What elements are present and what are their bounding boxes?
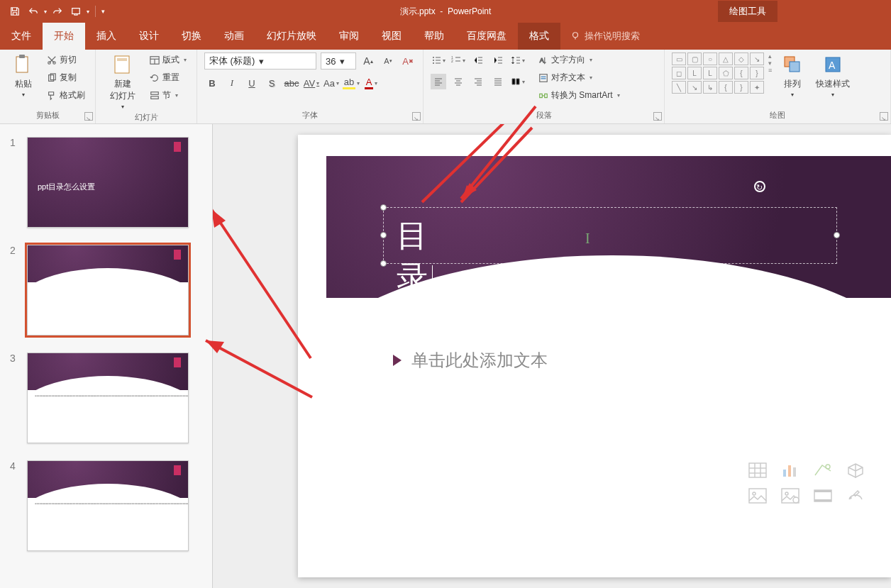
svg-rect-36	[749, 463, 766, 477]
text-direction-button[interactable]: A文字方向	[536, 52, 623, 67]
svg-text:A: A	[829, 60, 836, 71]
svg-rect-52	[814, 499, 831, 501]
tab-design[interactable]: 设计	[128, 23, 170, 50]
tab-insert[interactable]: 插入	[85, 23, 128, 50]
highlight-color-button[interactable]: ab	[343, 75, 359, 91]
quick-access-toolbar: ▾ ▾ ▾	[0, 4, 105, 19]
svg-rect-0	[72, 9, 80, 14]
thumb-body-preview: ▪▪▪▪▪▪▪▪▪▪▪▪▪▪▪▪▪▪▪▪▪▪▪▪▪▪▪▪▪▪▪▪▪▪▪▪▪▪▪▪…	[35, 501, 181, 506]
tell-me-search[interactable]: 操作说明搜索	[560, 23, 650, 50]
numbering-button[interactable]: 12	[450, 52, 466, 68]
insert-table-icon[interactable]	[746, 461, 769, 479]
save-icon[interactable]	[7, 4, 23, 19]
font-name-combo[interactable]: 宋体 (标题)▾	[204, 52, 316, 70]
align-text-button[interactable]: 对齐文本	[536, 70, 623, 85]
thumbnail-slide-3[interactable]: ▪▪▪▪▪▪▪▪▪▪▪▪▪▪▪▪▪▪▪▪▪▪▪▪▪▪▪▪▪▪▪▪▪▪▪▪▪▪▪▪…	[27, 353, 189, 443]
char-spacing-button[interactable]: AV	[304, 75, 319, 91]
content-placeholder-icons	[746, 461, 870, 505]
cut-button[interactable]: 剪切	[44, 52, 88, 67]
paste-button[interactable]: 粘贴▾	[7, 52, 40, 98]
content-placeholder[interactable]: 单击此处添加文本	[393, 349, 847, 372]
thumbnail-slide-4[interactable]: ▪▪▪▪▪▪▪▪▪▪▪▪▪▪▪▪▪▪▪▪▪▪▪▪▪▪▪▪▪▪▪▪▪▪▪▪▪▪▪▪…	[27, 460, 189, 551]
tab-help[interactable]: 帮助	[413, 23, 455, 50]
tab-format[interactable]: 格式	[518, 23, 560, 50]
tab-slideshow[interactable]: 幻灯片放映	[255, 23, 328, 50]
slideshow-icon[interactable]	[68, 4, 84, 19]
line-spacing-icon[interactable]	[510, 52, 526, 68]
align-left-icon[interactable]	[431, 74, 446, 89]
group-paragraph: 12 A文字方向 对齐文本 转换为 SmartArt 段落	[424, 50, 665, 123]
underline-button[interactable]: U	[244, 75, 260, 91]
font-size-combo[interactable]: 36▾	[321, 52, 356, 70]
grow-font-icon[interactable]: A▴	[360, 53, 376, 69]
svg-rect-14	[151, 96, 159, 99]
svg-text:2: 2	[451, 59, 453, 63]
resize-handle-icon[interactable]	[380, 204, 387, 211]
bullets-button[interactable]	[431, 52, 446, 68]
undo-icon[interactable]	[26, 4, 41, 19]
italic-button[interactable]: I	[224, 75, 240, 91]
reset-button[interactable]: 重置	[147, 70, 189, 85]
section-button[interactable]: 节	[147, 88, 189, 103]
insert-video-icon[interactable]	[812, 487, 834, 505]
strikethrough-button[interactable]: abc	[284, 75, 299, 91]
arrange-button[interactable]: 排列▾	[776, 52, 809, 98]
font-launcher-icon[interactable]	[412, 112, 421, 121]
redo-icon[interactable]	[50, 4, 65, 19]
layout-button[interactable]: 版式	[147, 52, 189, 67]
increase-indent-icon[interactable]	[490, 52, 506, 68]
justify-icon[interactable]	[490, 74, 506, 89]
clear-formatting-icon[interactable]: A✖	[400, 53, 416, 69]
text-shadow-button[interactable]: S	[264, 75, 280, 91]
rotate-handle-icon[interactable]	[754, 181, 765, 192]
resize-handle-icon[interactable]	[380, 260, 387, 267]
svg-rect-29	[540, 94, 543, 97]
quick-styles-button[interactable]: A 快速样式▾	[813, 52, 853, 98]
convert-smartart-button[interactable]: 转换为 SmartArt	[536, 88, 623, 103]
svg-point-46	[753, 492, 756, 495]
tab-baidu[interactable]: 百度网盘	[455, 23, 518, 50]
title-textbox-selection[interactable]: 目录	[383, 207, 837, 264]
align-right-icon[interactable]	[470, 74, 486, 89]
clipboard-launcher-icon[interactable]	[84, 112, 93, 121]
decrease-indent-icon[interactable]	[470, 52, 486, 68]
bold-button[interactable]: B	[204, 75, 220, 91]
tab-file[interactable]: 文件	[0, 23, 43, 50]
columns-icon[interactable]	[510, 74, 526, 89]
resize-handle-icon[interactable]	[380, 232, 387, 238]
paragraph-launcher-icon[interactable]	[653, 112, 662, 121]
title-text[interactable]: 目录	[397, 215, 472, 299]
thumb-number: 1	[10, 137, 18, 228]
align-center-icon[interactable]	[450, 74, 466, 89]
new-slide-button[interactable]: 新建 幻灯片▾	[103, 52, 143, 110]
shrink-font-icon[interactable]: A▾	[380, 53, 396, 69]
insert-icon-icon[interactable]	[844, 487, 867, 505]
resize-handle-icon[interactable]	[834, 232, 840, 238]
shapes-gallery[interactable]: ▭▢○△◇↘ ◻LL⬠{} ╲↘↳{}✦	[672, 52, 764, 94]
insert-smartart-icon[interactable]	[812, 461, 834, 479]
svg-point-48	[785, 492, 788, 495]
drawing-launcher-icon[interactable]	[880, 112, 888, 121]
svg-rect-43	[793, 467, 796, 477]
insert-picture-icon[interactable]	[746, 487, 769, 505]
change-case-button[interactable]: Aa	[323, 75, 339, 91]
insert-online-picture-icon[interactable]	[779, 487, 802, 505]
slide[interactable]: 目录 I 单击此处添加文本	[298, 135, 891, 577]
tab-animations[interactable]: 动画	[213, 23, 255, 50]
insert-3d-icon[interactable]	[844, 461, 867, 479]
qat-customize-icon[interactable]: ▾	[101, 8, 105, 15]
format-painter-button[interactable]: 格式刷	[44, 88, 88, 103]
slide-canvas[interactable]: 目录 I 单击此处添加文本	[213, 124, 891, 588]
thumbnail-slide-2[interactable]	[27, 245, 189, 335]
font-color-button[interactable]: A	[363, 75, 379, 91]
tab-home[interactable]: 开始	[43, 23, 85, 50]
tab-transitions[interactable]: 切换	[170, 23, 213, 50]
shapes-more-icon[interactable]: ▴▾≡	[768, 52, 772, 74]
ribbon-tabs: 文件 开始 插入 设计 切换 动画 幻灯片放映 审阅 视图 帮助 百度网盘 格式…	[0, 23, 891, 50]
thumbnail-slide-1[interactable]: ppt目录怎么设置	[27, 137, 189, 228]
tab-review[interactable]: 审阅	[328, 23, 370, 50]
copy-button[interactable]: 复制	[44, 70, 88, 85]
slide-marker-icon	[174, 465, 181, 475]
tab-view[interactable]: 视图	[370, 23, 413, 50]
insert-chart-icon[interactable]	[779, 461, 802, 479]
